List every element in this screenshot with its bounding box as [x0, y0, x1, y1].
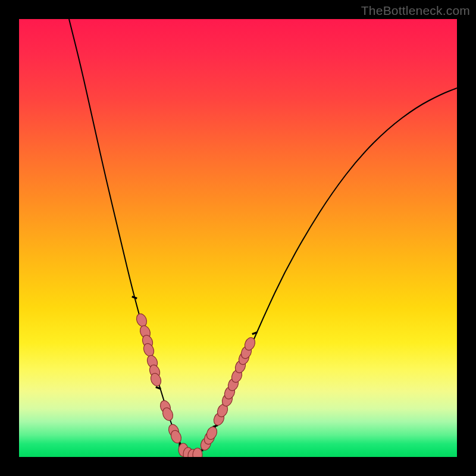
chart-svg	[19, 19, 457, 457]
watermark-text: TheBottleneck.com	[361, 4, 470, 18]
marker-dot	[134, 312, 148, 328]
curve-group	[69, 19, 457, 456]
plot-area	[19, 19, 457, 457]
curve-right-branch	[199, 88, 457, 454]
tick-mark	[132, 296, 137, 298]
marker-clusters	[134, 312, 256, 457]
marker-dot	[193, 448, 202, 457]
curve-left-branch	[69, 19, 186, 453]
chart-frame: TheBottleneck.com	[0, 0, 476, 476]
